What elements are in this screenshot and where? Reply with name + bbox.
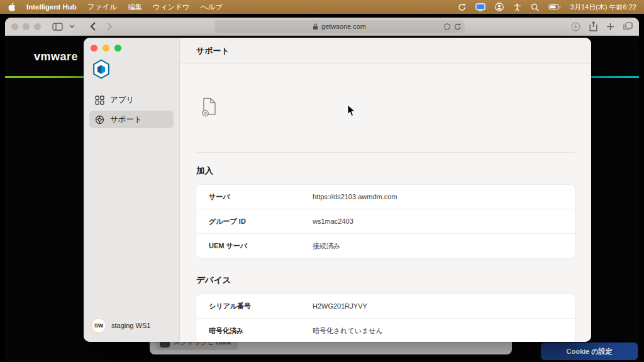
table-row: 暗号化済み 暗号化されていません <box>196 319 575 342</box>
row-label: サーバ <box>209 192 313 202</box>
row-value: 暗号化されていません <box>313 326 383 336</box>
close-icon[interactable] <box>11 23 18 30</box>
chevron-down-icon[interactable] <box>69 25 75 28</box>
zoom-icon[interactable] <box>114 45 121 52</box>
hub-window: アプリ サポート SW staging WS1 サポート <box>84 38 591 342</box>
user-icon[interactable] <box>495 3 504 11</box>
minimize-icon[interactable] <box>103 45 109 52</box>
page-title: サポート <box>180 38 591 64</box>
shield-icon[interactable] <box>444 23 450 30</box>
display-icon[interactable] <box>475 3 486 11</box>
menu-edit[interactable]: 編集 <box>128 3 142 12</box>
table-row: サーバ https://ds2103.awmdm.com <box>196 185 575 209</box>
lock-icon <box>313 23 318 30</box>
row-value: ws1mac2403 <box>313 217 353 225</box>
reload-icon[interactable] <box>454 23 461 30</box>
support-lifebuoy-icon <box>95 115 104 124</box>
menu-clock[interactable]: 3月14日(木) 午前6:22 <box>570 3 636 12</box>
address-bar[interactable]: getwsone.com <box>214 20 465 33</box>
row-label: シリアル番号 <box>209 302 313 311</box>
divider <box>196 152 575 153</box>
plus-icon[interactable] <box>606 23 614 31</box>
menu-app-name[interactable]: Intelligent Hub <box>26 3 77 11</box>
support-content: 加入 サーバ https://ds2103.awmdm.com グループ ID … <box>180 65 591 342</box>
account-footer[interactable]: SW staging WS1 <box>91 318 150 333</box>
cookie-settings-button[interactable]: Cookie の設定 <box>541 343 638 360</box>
row-label: グループ ID <box>209 217 313 226</box>
sidebar-item-label: アプリ <box>110 95 134 106</box>
menu-help[interactable]: ヘルプ <box>201 3 223 12</box>
safari-toolbar-center: getwsone.com <box>113 20 566 33</box>
hub-sidebar: アプリ サポート SW staging WS1 <box>84 38 180 342</box>
tabs-icon[interactable] <box>623 22 633 31</box>
minimize-icon[interactable] <box>23 23 30 30</box>
app-grid-icon <box>95 96 104 105</box>
menu-bar: Intelligent Hub ファイル 編集 ウィンドウ ヘルプ <box>0 0 644 14</box>
back-icon[interactable] <box>90 22 96 31</box>
close-icon[interactable] <box>91 45 97 52</box>
section-title-device: デバイス <box>196 275 575 286</box>
row-value: 接続済み <box>313 241 340 251</box>
sidebar-item-label: サポート <box>110 114 142 125</box>
vmware-logo: vmware <box>34 50 78 63</box>
avatar: SW <box>91 318 106 333</box>
menu-bar-status: 3月14日(木) 午前6:22 <box>458 3 636 12</box>
share-icon[interactable] <box>589 21 597 31</box>
enrollment-card: サーバ https://ds2103.awmdm.com グループ ID ws1… <box>196 185 575 258</box>
table-row: シリアル番号 H2WG201RJYVY <box>196 294 575 319</box>
safari-toolbar-right <box>571 21 633 31</box>
hub-logo-icon <box>92 59 110 79</box>
safari-toolbar: getwsone.com <box>5 18 639 36</box>
address-bar-actions <box>444 20 461 33</box>
menu-bar-left: Intelligent Hub ファイル 編集 ウィンドウ ヘルプ <box>8 3 223 12</box>
table-row: UEM サーバ 接続済み <box>196 234 575 258</box>
row-label: UEM サーバ <box>209 241 313 251</box>
table-row: グループ ID ws1mac2403 <box>196 209 575 234</box>
row-value: H2WG201RJYVY <box>313 302 367 310</box>
hub-nav: アプリ サポート <box>89 91 174 130</box>
device-card: シリアル番号 H2WG201RJYVY 暗号化済み 暗号化されていません <box>196 294 575 342</box>
battery-icon[interactable] <box>548 4 561 10</box>
sidebar-icon[interactable] <box>52 23 63 31</box>
hub-traffic-lights <box>91 45 121 52</box>
sidebar-item-apps[interactable]: アプリ <box>89 91 174 109</box>
menu-file[interactable]: ファイル <box>87 3 117 12</box>
safari-toolbar-left <box>11 22 113 31</box>
account-name: staging WS1 <box>111 322 150 329</box>
row-label: 暗号化済み <box>209 326 313 336</box>
forward-icon[interactable] <box>107 22 113 31</box>
zoom-icon[interactable] <box>34 23 41 30</box>
section-title-enrollment: 加入 <box>196 165 575 177</box>
sidebar-item-support[interactable]: サポート <box>89 111 174 128</box>
menu-window[interactable]: ウィンドウ <box>153 3 190 12</box>
apple-icon[interactable] <box>8 3 16 12</box>
search-icon[interactable] <box>531 3 539 11</box>
row-value: https://ds2103.awmdm.com <box>313 193 397 200</box>
address-url: getwsone.com <box>321 23 366 30</box>
download-icon[interactable] <box>571 22 580 31</box>
desktop: { "menu_bar": { "app_name": "Intelligent… <box>0 0 644 362</box>
document-gear-icon <box>200 97 575 118</box>
accessibility-icon[interactable] <box>513 3 521 11</box>
sync-icon[interactable] <box>458 3 466 11</box>
safari-traffic-lights <box>11 23 41 30</box>
hub-main: サポート 加入 サーバ https://ds2103.awmdm.com <box>180 38 591 342</box>
